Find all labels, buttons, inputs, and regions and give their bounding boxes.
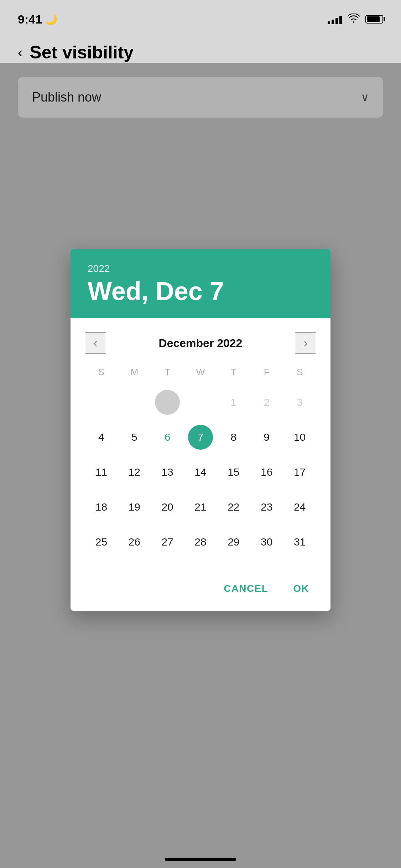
day-cell-26[interactable]: 26 [118,525,151,559]
day-cell-16[interactable]: 16 [250,455,283,490]
day-cell-4[interactable]: 4 [85,420,118,455]
calendar-month-nav: ‹ December 2022 › [85,332,316,354]
day-cell-3: 3 [283,385,316,420]
dialog-overlay: 2022 Wed, Dec 7 ‹ December 2022 › S M T … [0,63,401,868]
signal-icon [328,14,342,24]
day-cell-27[interactable]: 27 [151,525,184,559]
day-header-mon: M [118,367,151,385]
cancel-button[interactable]: CANCEL [217,577,275,600]
day-cell-today-placeholder [151,385,184,420]
day-cell-7-selected[interactable]: 7 [184,420,217,455]
day-cell-20[interactable]: 20 [151,490,184,525]
calendar-dialog: 2022 Wed, Dec 7 ‹ December 2022 › S M T … [71,249,330,611]
day-cell-21[interactable]: 21 [184,490,217,525]
day-cell-25[interactable]: 25 [85,525,118,559]
day-header-thu: T [217,367,250,385]
calendar-day-headers: S M T W T F S 1 2 3 [85,367,316,559]
time-display: 9:41 [18,12,42,26]
day-cell-13[interactable]: 13 [151,455,184,490]
day-cell-19[interactable]: 19 [118,490,151,525]
day-cell-17[interactable]: 17 [283,455,316,490]
day-cell-31[interactable]: 31 [283,525,316,559]
day-cell-1: 1 [217,385,250,420]
calendar-selected-date: Wed, Dec 7 [88,277,313,305]
calendar-month-label: December 2022 [159,337,243,350]
status-bar: 9:41 🌙 [0,0,401,31]
status-time-group: 9:41 🌙 [18,12,57,26]
day-cell-12[interactable]: 12 [118,455,151,490]
day-cell-empty-1 [85,385,118,420]
status-icons [328,14,383,25]
calendar-body: ‹ December 2022 › S M T W T F S [71,318,330,570]
day-cell-18[interactable]: 18 [85,490,118,525]
home-indicator [165,858,236,861]
day-cell-9[interactable]: 9 [250,420,283,455]
moon-icon: 🌙 [45,14,57,25]
day-cell-28[interactable]: 28 [184,525,217,559]
next-month-button[interactable]: › [295,332,316,354]
day-cell-empty-2 [118,385,151,420]
day-header-tue: T [151,367,184,385]
calendar-header: 2022 Wed, Dec 7 [71,249,330,318]
calendar-year: 2022 [88,263,313,274]
day-cell-23[interactable]: 23 [250,490,283,525]
calendar-actions: CANCEL OK [71,570,330,611]
day-cell-24[interactable]: 24 [283,490,316,525]
day-cell-8[interactable]: 8 [217,420,250,455]
day-cell-empty-3 [184,385,217,420]
prev-month-button[interactable]: ‹ [85,332,106,354]
day-cell-15[interactable]: 15 [217,455,250,490]
back-button[interactable]: ‹ [18,45,22,61]
background-page: ‹ Set visibility Publish now ∨ 2022 Wed,… [0,31,401,868]
ok-button[interactable]: OK [286,577,316,600]
day-header-sat: S [283,367,316,385]
battery-icon [365,15,383,24]
page-title: Set visibility [30,42,134,63]
day-cell-5[interactable]: 5 [118,420,151,455]
day-header-fri: F [250,367,283,385]
day-cell-22[interactable]: 22 [217,490,250,525]
day-cell-10[interactable]: 10 [283,420,316,455]
day-header-wed: W [184,367,217,385]
day-cell-30[interactable]: 30 [250,525,283,559]
day-cell-6[interactable]: 6 [151,420,184,455]
day-header-sun: S [85,367,118,385]
day-cell-11[interactable]: 11 [85,455,118,490]
wifi-icon [348,14,360,25]
day-cell-29[interactable]: 29 [217,525,250,559]
day-cell-14[interactable]: 14 [184,455,217,490]
day-cell-2: 2 [250,385,283,420]
